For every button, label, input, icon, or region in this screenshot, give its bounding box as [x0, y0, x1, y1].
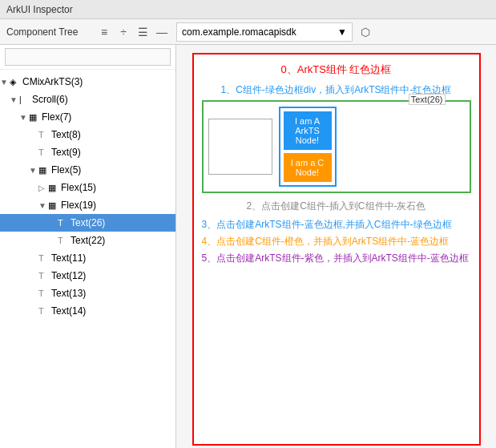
tree-arrow-flex15: ▷ [38, 184, 48, 192]
package-dropdown[interactable]: com.example.romacapisdk ▼ [176, 22, 353, 42]
search-input[interactable] [5, 48, 171, 66]
tree-icon-text8: T [38, 130, 50, 139]
toolbar-icons: ≡ ÷ ☰ — [96, 24, 170, 40]
tree-arrow-scroll: ▼ [10, 95, 19, 104]
tree-label-text12: Text(12) [51, 270, 86, 281]
tree-item-flex5[interactable]: ▼ ▦ Flex(5) [0, 161, 175, 179]
tree-label-text11: Text(11) [51, 252, 86, 264]
tree-label-scroll: Scroll(6) [32, 94, 68, 105]
tree-item-scroll[interactable]: ▼ | Scroll(6) [0, 91, 175, 108]
tree-label-flex7: Flex(7) [42, 111, 71, 123]
export-icon[interactable]: ⬡ [356, 22, 375, 42]
tree-icon-text9: T [38, 147, 50, 157]
tree-icon-text14: T [38, 306, 50, 316]
tree-item-text14[interactable]: T Text(14) [0, 302, 175, 320]
tree-label-flex19: Flex(19) [61, 200, 96, 211]
left-panel: ▼ ◈ CMixArkTS(3) ▼ | Scroll(6) ▼ ▦ [0, 45, 176, 448]
tree-item-text11[interactable]: T Text(11) [0, 249, 175, 267]
tree-icon-text13: T [38, 289, 50, 298]
tree-icon-flex7: ▦ [29, 112, 40, 123]
tree-icon-scroll: | [19, 95, 30, 104]
tree-arrow-flex19: ▼ [38, 201, 48, 210]
tree-item-text26[interactable]: T Text(26) [0, 214, 175, 232]
tree-icon-text12: T [38, 271, 50, 281]
canvas-label-5: 5、点击创建ArkTS组件-紫色，并插入到ArkTS组件中-蓝色边框 [202, 252, 471, 265]
tree-label-flex5: Flex(5) [51, 164, 81, 176]
tree-icon-flex5: ▦ [38, 165, 50, 176]
toolbar-icon-divide[interactable]: ÷ [115, 24, 131, 40]
toolbar-icon-dash[interactable]: — [154, 24, 170, 40]
tree-item-text22[interactable]: T Text(22) [0, 232, 175, 249]
tree-label-text13: Text(13) [51, 288, 86, 299]
tree-icon-cmix: ◈ [10, 77, 21, 87]
right-panel: 0、ArkTS组件 红色边框 1、C组件-绿色边框div，插入到ArkTS组件中… [176, 45, 496, 448]
package-selector: com.example.romacapisdk ▼ ⬡ [176, 22, 496, 42]
tree-icon-text11: T [38, 253, 50, 263]
search-box [0, 45, 175, 70]
tree-container: ▼ ◈ CMixArkTS(3) ▼ | Scroll(6) ▼ ▦ [0, 70, 175, 448]
canvas-label-3: 3、点击创建ArkTS组件-蓝色边框,并插入C组件中-绿色边框 [202, 218, 471, 232]
tree-icon-flex15: ▦ [48, 183, 59, 193]
package-name: com.example.romacapisdk [182, 26, 296, 38]
tree-icon-text22: T [58, 236, 69, 245]
main-content: ▼ ◈ CMixArkTS(3) ▼ | Scroll(6) ▼ ▦ [0, 45, 496, 448]
text26-tooltip: Text(26) [409, 94, 446, 105]
title-bar: ArkUI Inspector [0, 0, 496, 19]
tree-label-cmix: CMixArkTS(3) [22, 76, 83, 87]
dropdown-arrow: ▼ [337, 26, 347, 38]
tree-label-text26: Text(26) [71, 217, 105, 228]
canvas-label-2: 2、点击创建C组件-插入到C组件中-灰石色 [202, 200, 471, 213]
tree-label-flex15: Flex(15) [61, 182, 96, 193]
component-tree-label: Component Tree [0, 26, 96, 38]
tree-arrow-cmix: ▼ [0, 78, 10, 87]
tree-icon-text26: T [58, 218, 69, 228]
tree-item-flex7[interactable]: ▼ ▦ Flex(7) [0, 108, 175, 126]
inner-box-green: Text(26) I am A ArkTS Node! I am a C Nod… [202, 100, 471, 193]
arkts-node: I am A ArkTS Node! [284, 111, 332, 150]
tree-item-text8[interactable]: T Text(8) [0, 126, 175, 143]
tree-label-text9: Text(9) [51, 147, 81, 158]
toolbar-icon-list[interactable]: ≡ [96, 24, 112, 40]
tree-label-text14: Text(14) [51, 305, 86, 317]
c-node: I am a C Node! [284, 153, 332, 182]
tree-item-flex19[interactable]: ▼ ▦ Flex(19) [0, 196, 175, 214]
canvas-label-0: 0、ArkTS组件 红色边框 [202, 63, 471, 77]
tree-arrow-flex7: ▼ [19, 113, 29, 122]
tree-item-text13[interactable]: T Text(13) [0, 285, 175, 302]
tree-item-flex15[interactable]: ▷ ▦ Flex(15) [0, 179, 175, 196]
blue-box: I am A ArkTS Node! I am a C Node! [279, 107, 337, 187]
gray-placeholder-box [208, 119, 272, 175]
toolbar-icon-menu[interactable]: ☰ [135, 24, 151, 40]
tree-item-cmix[interactable]: ▼ ◈ CMixArkTS(3) [0, 73, 175, 91]
toolbar: Component Tree ≡ ÷ ☰ — com.example.romac… [0, 19, 496, 45]
canvas-label-4: 4、点击创建C组件-橙色，并插入到ArkTS组件中-蓝色边框 [202, 235, 471, 248]
tree-item-text9[interactable]: T Text(9) [0, 143, 175, 161]
tree-item-text12[interactable]: T Text(12) [0, 267, 175, 285]
canvas-area: 0、ArkTS组件 红色边框 1、C组件-绿色边框div，插入到ArkTS组件中… [192, 53, 481, 446]
app-title: ArkUI Inspector [6, 4, 73, 15]
tree-label-text22: Text(22) [71, 235, 105, 246]
tree-label-text8: Text(8) [51, 129, 81, 140]
tree-icon-flex19: ▦ [48, 200, 59, 211]
tree-arrow-flex5: ▼ [29, 166, 38, 175]
flex-row-main: I am A ArkTS Node! I am a C Node! [208, 107, 465, 187]
